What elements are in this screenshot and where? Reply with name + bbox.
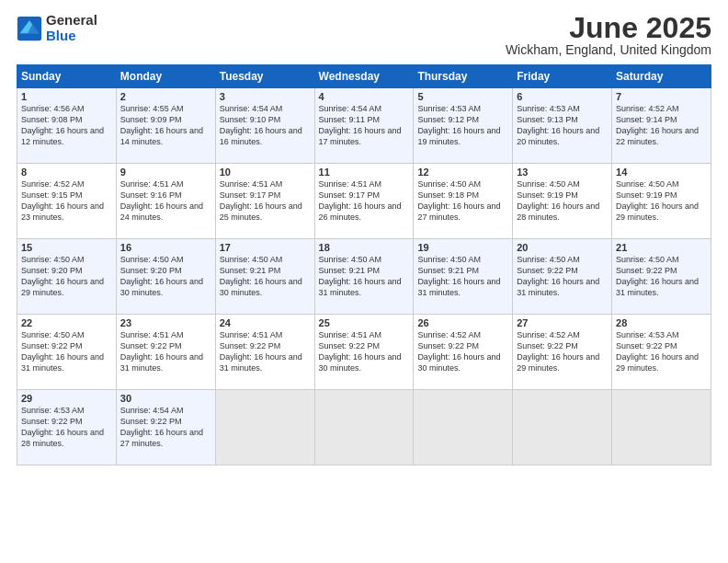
calendar-cell: 10Sunrise: 4:51 AMSunset: 9:17 PMDayligh… (215, 164, 314, 239)
calendar-cell: 16Sunrise: 4:50 AMSunset: 9:20 PMDayligh… (116, 239, 215, 315)
day-number: 6 (517, 91, 608, 102)
calendar-cell: 18Sunrise: 4:50 AMSunset: 9:21 PMDayligh… (314, 239, 414, 315)
title-area: June 2025 Wickham, England, United Kingd… (506, 13, 711, 57)
day-info: Sunrise: 4:52 AMSunset: 9:14 PMDaylight:… (616, 103, 707, 148)
calendar-cell: 15Sunrise: 4:50 AMSunset: 9:20 PMDayligh… (17, 239, 117, 315)
day-info: Sunrise: 4:52 AMSunset: 9:22 PMDaylight:… (517, 329, 608, 374)
day-number: 16 (120, 242, 211, 253)
calendar-table: Sunday Monday Tuesday Wednesday Thursday… (17, 64, 711, 465)
calendar-cell: 24Sunrise: 4:51 AMSunset: 9:22 PMDayligh… (215, 315, 314, 390)
day-info: Sunrise: 4:50 AMSunset: 9:19 PMDaylight:… (616, 178, 707, 224)
day-number: 28 (616, 317, 707, 328)
day-number: 2 (120, 91, 211, 102)
table-row: 8Sunrise: 4:52 AMSunset: 9:15 PMDaylight… (17, 164, 711, 239)
day-info: Sunrise: 4:55 AMSunset: 9:09 PMDaylight:… (120, 103, 211, 148)
calendar-body: 1Sunrise: 4:56 AMSunset: 9:08 PMDaylight… (17, 88, 711, 465)
day-number: 11 (319, 167, 410, 178)
calendar-cell (215, 390, 314, 465)
calendar-cell: 26Sunrise: 4:52 AMSunset: 9:22 PMDayligh… (414, 315, 513, 390)
header-saturday: Saturday (612, 65, 711, 88)
header-wednesday: Wednesday (314, 65, 414, 88)
month-title: June 2025 (506, 13, 711, 42)
calendar-cell: 23Sunrise: 4:51 AMSunset: 9:22 PMDayligh… (116, 315, 215, 390)
day-info: Sunrise: 4:51 AMSunset: 9:22 PMDaylight:… (319, 329, 410, 374)
calendar-cell: 11Sunrise: 4:51 AMSunset: 9:17 PMDayligh… (314, 164, 414, 239)
day-info: Sunrise: 4:51 AMSunset: 9:17 PMDaylight:… (319, 178, 410, 224)
day-number: 19 (417, 242, 508, 253)
day-info: Sunrise: 4:50 AMSunset: 9:22 PMDaylight:… (517, 254, 608, 299)
table-row: 15Sunrise: 4:50 AMSunset: 9:20 PMDayligh… (17, 239, 711, 315)
table-row: 29Sunrise: 4:53 AMSunset: 9:22 PMDayligh… (17, 390, 711, 465)
day-number: 20 (517, 242, 608, 253)
day-number: 14 (616, 167, 707, 178)
calendar-cell: 14Sunrise: 4:50 AMSunset: 9:19 PMDayligh… (612, 164, 711, 239)
table-row: 1Sunrise: 4:56 AMSunset: 9:08 PMDaylight… (17, 88, 711, 164)
day-number: 15 (21, 242, 112, 253)
day-number: 5 (417, 91, 508, 102)
calendar-cell (314, 390, 414, 465)
calendar-cell: 4Sunrise: 4:54 AMSunset: 9:11 PMDaylight… (314, 88, 414, 164)
day-info: Sunrise: 4:52 AMSunset: 9:22 PMDaylight:… (417, 329, 508, 374)
day-number: 21 (616, 242, 707, 253)
calendar-cell: 1Sunrise: 4:56 AMSunset: 9:08 PMDaylight… (17, 88, 117, 164)
calendar-cell: 25Sunrise: 4:51 AMSunset: 9:22 PMDayligh… (314, 315, 414, 390)
header-friday: Friday (513, 65, 612, 88)
header-row: Sunday Monday Tuesday Wednesday Thursday… (17, 65, 711, 88)
day-number: 24 (220, 317, 311, 328)
day-number: 1 (21, 91, 112, 102)
day-number: 9 (120, 167, 211, 178)
day-info: Sunrise: 4:51 AMSunset: 9:22 PMDaylight:… (220, 329, 311, 374)
calendar-cell (612, 390, 711, 465)
header: General Blue June 2025 Wickham, England,… (17, 13, 711, 57)
calendar-cell: 3Sunrise: 4:54 AMSunset: 9:10 PMDaylight… (215, 88, 314, 164)
day-info: Sunrise: 4:56 AMSunset: 9:08 PMDaylight:… (21, 103, 112, 148)
day-number: 27 (517, 317, 608, 328)
day-number: 12 (417, 167, 508, 178)
header-sunday: Sunday (17, 65, 117, 88)
calendar-cell: 29Sunrise: 4:53 AMSunset: 9:22 PMDayligh… (17, 390, 117, 465)
calendar-cell (513, 390, 612, 465)
logo: General Blue (17, 13, 97, 43)
day-info: Sunrise: 4:53 AMSunset: 9:22 PMDaylight:… (21, 405, 112, 450)
day-number: 13 (517, 167, 608, 178)
header-monday: Monday (116, 65, 215, 88)
day-number: 7 (616, 91, 707, 102)
calendar-cell: 7Sunrise: 4:52 AMSunset: 9:14 PMDaylight… (612, 88, 711, 164)
calendar-cell: 8Sunrise: 4:52 AMSunset: 9:15 PMDaylight… (17, 164, 117, 239)
day-info: Sunrise: 4:50 AMSunset: 9:22 PMDaylight:… (616, 254, 707, 299)
day-number: 26 (417, 317, 508, 328)
day-number: 25 (319, 317, 410, 328)
logo-blue-text: Blue (46, 29, 97, 44)
location-title: Wickham, England, United Kingdom (506, 42, 711, 57)
calendar-cell (414, 390, 513, 465)
calendar-cell: 12Sunrise: 4:50 AMSunset: 9:18 PMDayligh… (414, 164, 513, 239)
day-info: Sunrise: 4:51 AMSunset: 9:16 PMDaylight:… (120, 178, 211, 224)
logo-icon (17, 16, 42, 41)
day-number: 3 (220, 91, 311, 102)
calendar-header: Sunday Monday Tuesday Wednesday Thursday… (17, 65, 711, 88)
calendar-cell: 21Sunrise: 4:50 AMSunset: 9:22 PMDayligh… (612, 239, 711, 315)
calendar-cell: 9Sunrise: 4:51 AMSunset: 9:16 PMDaylight… (116, 164, 215, 239)
day-info: Sunrise: 4:50 AMSunset: 9:20 PMDaylight:… (21, 254, 112, 299)
calendar-cell: 19Sunrise: 4:50 AMSunset: 9:21 PMDayligh… (414, 239, 513, 315)
day-number: 4 (319, 91, 410, 102)
day-info: Sunrise: 4:54 AMSunset: 9:22 PMDaylight:… (120, 405, 211, 450)
day-number: 30 (120, 393, 211, 404)
day-info: Sunrise: 4:53 AMSunset: 9:22 PMDaylight:… (616, 329, 707, 374)
day-info: Sunrise: 4:51 AMSunset: 9:17 PMDaylight:… (220, 178, 311, 224)
day-number: 8 (21, 167, 112, 178)
day-number: 23 (120, 317, 211, 328)
day-number: 17 (220, 242, 311, 253)
day-info: Sunrise: 4:53 AMSunset: 9:13 PMDaylight:… (517, 103, 608, 148)
calendar-cell: 22Sunrise: 4:50 AMSunset: 9:22 PMDayligh… (17, 315, 117, 390)
calendar-cell: 2Sunrise: 4:55 AMSunset: 9:09 PMDaylight… (116, 88, 215, 164)
calendar-cell: 27Sunrise: 4:52 AMSunset: 9:22 PMDayligh… (513, 315, 612, 390)
calendar-cell: 28Sunrise: 4:53 AMSunset: 9:22 PMDayligh… (612, 315, 711, 390)
day-number: 22 (21, 317, 112, 328)
day-info: Sunrise: 4:53 AMSunset: 9:12 PMDaylight:… (417, 103, 508, 148)
calendar-cell: 30Sunrise: 4:54 AMSunset: 9:22 PMDayligh… (116, 390, 215, 465)
day-info: Sunrise: 4:54 AMSunset: 9:10 PMDaylight:… (220, 103, 311, 148)
calendar-cell: 20Sunrise: 4:50 AMSunset: 9:22 PMDayligh… (513, 239, 612, 315)
calendar-cell: 6Sunrise: 4:53 AMSunset: 9:13 PMDaylight… (513, 88, 612, 164)
day-info: Sunrise: 4:50 AMSunset: 9:19 PMDaylight:… (517, 178, 608, 224)
